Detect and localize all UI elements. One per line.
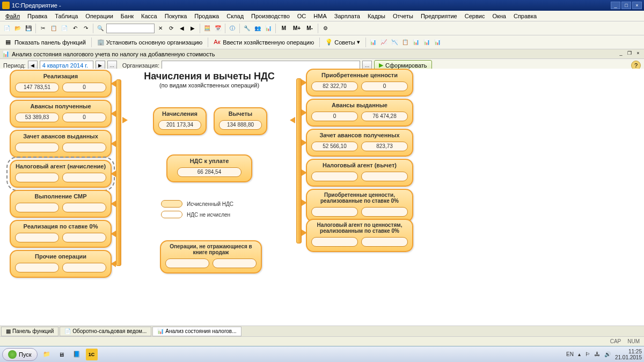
doc-icon: 📄 bbox=[64, 328, 71, 334]
menu-enterprise[interactable]: Предприятие bbox=[418, 12, 460, 20]
forward-icon[interactable]: ▶ bbox=[188, 24, 197, 33]
menu-table[interactable]: Таблица bbox=[52, 12, 81, 20]
block-payable[interactable]: НДС к уплате 66 284,54 bbox=[166, 154, 252, 182]
network-icon[interactable]: 🖧 bbox=[595, 351, 600, 357]
menu-production[interactable]: Производство bbox=[248, 12, 293, 20]
find-icon[interactable]: 🔍 bbox=[96, 24, 105, 33]
report3-icon[interactable]: 📉 bbox=[390, 38, 399, 47]
menu-operations[interactable]: Операции bbox=[82, 12, 116, 20]
m-minus-button[interactable]: M- bbox=[304, 24, 316, 33]
lang-indicator[interactable]: EN bbox=[566, 351, 574, 357]
menu-sale[interactable]: Продажа bbox=[191, 12, 222, 20]
copy-icon[interactable]: 📋 bbox=[49, 24, 58, 33]
block-right-4[interactable]: Приобретенные ценности, реализованные по… bbox=[306, 189, 413, 222]
menu-hr[interactable]: Кадры bbox=[364, 12, 389, 20]
block-left-4[interactable]: Выполнение СМР bbox=[10, 190, 112, 218]
open-icon[interactable]: 📂 bbox=[13, 24, 23, 33]
block-right-5[interactable]: Налоговый агент по ценностям, реализован… bbox=[306, 219, 413, 252]
redo-icon[interactable]: ↷ bbox=[81, 24, 91, 33]
clock-time[interactable]: 11:25 bbox=[615, 349, 642, 354]
report1-icon[interactable]: 📊 bbox=[368, 38, 378, 47]
menu-warehouse[interactable]: Склад bbox=[223, 12, 247, 20]
back-icon[interactable]: ◀ bbox=[177, 24, 187, 33]
panel-icon: ▦ bbox=[5, 39, 13, 46]
menu-nma[interactable]: НМА bbox=[310, 12, 330, 20]
start-button[interactable]: Пуск bbox=[2, 348, 38, 361]
app-logo-icon bbox=[2, 2, 10, 9]
m-button[interactable]: M bbox=[278, 24, 290, 33]
menu-file[interactable]: Файл bbox=[2, 12, 23, 20]
tab-vat-analysis[interactable]: 📊Анализ состояния налогов... bbox=[152, 327, 241, 336]
menu-cash[interactable]: Касса bbox=[138, 12, 160, 20]
info-icon[interactable]: ⓘ bbox=[228, 24, 237, 33]
tab-panel[interactable]: ▦Панель функций bbox=[1, 327, 58, 336]
tips-button[interactable]: 💡Советы ▾ bbox=[322, 38, 363, 47]
report6-icon[interactable]: 📊 bbox=[422, 38, 431, 47]
tool1-icon[interactable]: 🔧 bbox=[242, 24, 252, 33]
undo-icon[interactable]: ↶ bbox=[70, 24, 80, 33]
menu-help[interactable]: Справка bbox=[510, 12, 540, 20]
save-icon[interactable]: 💾 bbox=[24, 24, 33, 33]
report-canvas: Начисления и вычеты НДС (по видам хозяйс… bbox=[0, 69, 644, 342]
menu-salary[interactable]: Зарплата bbox=[331, 12, 363, 20]
new-icon[interactable]: 📄 bbox=[2, 24, 12, 33]
block-right-2[interactable]: Зачет авансов полученных 52 566,10823,73 bbox=[306, 129, 413, 157]
block-deductions[interactable]: Вычеты 134 888,80 bbox=[214, 107, 267, 135]
close-button[interactable]: × bbox=[632, 2, 642, 9]
minimize-button[interactable]: _ bbox=[611, 2, 620, 9]
block-right-3[interactable]: Налоговый агент (вычет) bbox=[306, 159, 413, 187]
menu-bank[interactable]: Банк bbox=[118, 12, 137, 20]
chevron-down-icon: ▾ bbox=[357, 39, 360, 46]
taskbar-app1-icon[interactable]: 🖥 bbox=[56, 349, 68, 360]
block-right-1[interactable]: Авансы выданные 076 474,28 bbox=[306, 99, 413, 127]
block-left-6[interactable]: Прочие операции bbox=[10, 250, 112, 278]
org-icon: 🏢 bbox=[97, 39, 105, 46]
taskbar-app2-icon[interactable]: 📘 bbox=[71, 349, 83, 360]
menu-service[interactable]: Сервис bbox=[462, 12, 488, 20]
report2-icon[interactable]: 📈 bbox=[379, 38, 389, 47]
block-left-3[interactable]: Налоговый агент (начисление) bbox=[10, 160, 112, 188]
calc-icon[interactable]: 🧮 bbox=[202, 24, 212, 33]
right-connector-bar bbox=[296, 78, 302, 243]
menu-windows[interactable]: Окна bbox=[489, 12, 509, 20]
maximize-button[interactable]: □ bbox=[621, 2, 631, 9]
clock-date[interactable]: 21.01.2015 bbox=[615, 354, 642, 360]
report5-icon[interactable]: 📊 bbox=[411, 38, 421, 47]
block-left-2[interactable]: Зачет авансов выданных bbox=[10, 130, 112, 158]
tray-icon[interactable]: ▴ bbox=[578, 351, 581, 357]
refresh-icon[interactable]: ⟳ bbox=[166, 24, 176, 33]
m-plus-button[interactable]: M+ bbox=[291, 24, 303, 33]
block-right-0[interactable]: Приобретенные ценности 82 322,700 bbox=[306, 69, 413, 97]
menu-purchase[interactable]: Покупка bbox=[162, 12, 191, 20]
report7-icon[interactable]: 📊 bbox=[433, 38, 442, 47]
doc-minimize-button[interactable]: _ bbox=[617, 50, 625, 58]
report4-icon[interactable]: 📋 bbox=[400, 38, 410, 47]
taskbar-explorer-icon[interactable]: 📁 bbox=[41, 349, 53, 360]
menu-edit[interactable]: Правка bbox=[24, 12, 50, 20]
arrow-icon bbox=[302, 169, 307, 176]
block-charges[interactable]: Начисления 201 173,34 bbox=[153, 107, 207, 135]
taskbar-1c-icon[interactable]: 1C bbox=[86, 349, 98, 360]
settings-icon[interactable]: ⚙ bbox=[320, 24, 330, 33]
flag-icon[interactable]: 🏳 bbox=[585, 351, 590, 357]
menu-os[interactable]: ОС bbox=[294, 12, 310, 20]
search-combo[interactable] bbox=[106, 24, 155, 33]
tool3-icon[interactable]: 📊 bbox=[264, 24, 273, 33]
block-left-0[interactable]: Реализация 147 783,510 bbox=[10, 70, 112, 98]
doc-close-button[interactable]: × bbox=[634, 50, 642, 58]
block-not-in-book[interactable]: Операции, не отражающиеся в книге продаж bbox=[160, 240, 262, 274]
block-left-5[interactable]: Реализация по ставке 0% bbox=[10, 220, 112, 248]
menu-reports[interactable]: Отчеты bbox=[390, 12, 416, 20]
cut-icon[interactable]: ✂ bbox=[38, 24, 48, 33]
paste-icon[interactable]: 📄 bbox=[60, 24, 69, 33]
tab-balance[interactable]: 📄Оборотно-сальдовая ведом... bbox=[60, 327, 151, 336]
sound-icon[interactable]: 🔊 bbox=[604, 351, 611, 357]
block-left-1[interactable]: Авансы полученные 53 389,830 bbox=[10, 100, 112, 128]
enter-op-button[interactable]: АкВвести хозяйственную операцию bbox=[210, 38, 317, 47]
doc-restore-button[interactable]: ❐ bbox=[626, 50, 633, 58]
calendar-icon[interactable]: 📅 bbox=[213, 24, 223, 33]
set-org-button[interactable]: 🏢Установить основную организацию bbox=[94, 38, 206, 47]
tool2-icon[interactable]: 👥 bbox=[253, 24, 262, 33]
show-panel-button[interactable]: ▦Показать панель функций bbox=[2, 38, 89, 47]
clear-icon[interactable]: ✕ bbox=[156, 24, 165, 33]
